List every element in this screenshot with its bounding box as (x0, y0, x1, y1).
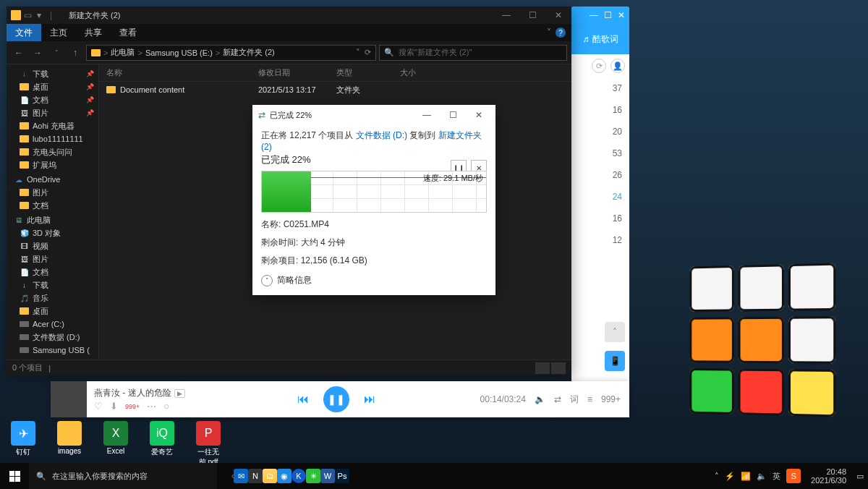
taskbar-app[interactable]: W (320, 463, 335, 489)
tab-share[interactable]: 共享 (76, 24, 111, 41)
help-icon[interactable]: ? (556, 27, 566, 38)
mv-badge[interactable]: ▶ (174, 389, 185, 398)
qat-icon[interactable]: ▾ (37, 10, 47, 20)
more-button[interactable]: ⋯ (147, 401, 156, 412)
navpane-item[interactable]: 🎞视频 (7, 239, 98, 252)
sogou-ime-icon[interactable]: S (786, 469, 801, 483)
taskbar-app[interactable]: ✳ (306, 463, 320, 489)
taskbar-app[interactable]: ◉ (277, 463, 292, 489)
file-row[interactable]: Document content2021/5/13 13:17文件夹 (99, 82, 571, 98)
dialog-minimize-button[interactable]: — (416, 105, 438, 125)
navpane-item[interactable]: Aohi 充电器 (7, 119, 98, 132)
navpane-item[interactable]: 📄文档📌 (7, 93, 98, 106)
download-button[interactable]: ⬇ (110, 401, 118, 412)
col-size[interactable]: 大小 (393, 67, 451, 78)
loop-button[interactable]: ⇄ (554, 394, 561, 404)
taskbar-app[interactable]: ✉ (234, 463, 248, 489)
navpane-item[interactable]: 文件数据 (D:) (7, 331, 98, 344)
navpane-item[interactable]: 🎵音乐 (7, 292, 98, 305)
navpane-item[interactable]: 📄文档 (7, 265, 98, 278)
desktop-icon[interactable]: iQ爱奇艺 (143, 421, 181, 467)
desktop-icon[interactable]: ✈钉钉 (4, 421, 42, 467)
taskbar-app[interactable]: Ps (335, 463, 349, 489)
phone-sync-button[interactable]: 📱 (605, 351, 625, 371)
breadcrumb[interactable]: > 此电脑 > Samsung USB (E:) > 新建文件夹 (2) ˅ ⟳ (86, 45, 376, 61)
navpane-item[interactable]: lubo11111111 (7, 132, 98, 145)
crumb-folder[interactable]: 新建文件夹 (2) (223, 47, 275, 58)
next-button[interactable]: ⏭ (364, 393, 375, 406)
navpane-item[interactable]: ↓下载📌 (7, 67, 98, 80)
refresh-icon[interactable]: ⟳ (592, 59, 606, 73)
volume-button[interactable]: 🔈 (535, 394, 545, 404)
desktop-icon[interactable]: images (51, 421, 88, 467)
notification-button[interactable]: ▭ (856, 472, 864, 481)
qat-icon[interactable]: ▭ (24, 10, 34, 20)
navpane-item[interactable]: 桌面 (7, 305, 98, 318)
prev-button[interactable]: ⏮ (297, 393, 309, 406)
tab-file[interactable]: 文件 (7, 24, 41, 41)
maximize-button[interactable]: ☐ (519, 7, 545, 24)
recent-dropdown[interactable]: ˅ (48, 45, 64, 61)
taskbar-app[interactable]: N (248, 463, 263, 489)
forward-button[interactable]: → (30, 45, 46, 61)
tray-expand-icon[interactable]: ˄ (715, 472, 719, 481)
sound-icon[interactable]: 🔈 (757, 472, 767, 481)
navpane-item[interactable]: 🖼图片 (7, 252, 98, 265)
track-title[interactable]: 燕青汝 - 迷人的危险 (94, 387, 171, 399)
navpane-item[interactable]: 图片 (7, 186, 98, 199)
like-button[interactable]: ♡ (94, 401, 103, 412)
navpane-item[interactable]: 充电头问问 (7, 145, 98, 158)
navpane-item[interactable]: 扩展坞 (7, 158, 98, 171)
lyrics-tab[interactable]: 酷歌词 (592, 33, 618, 46)
dialog-close-button[interactable]: ✕ (468, 105, 490, 125)
battery-icon[interactable]: ⚡ (725, 472, 735, 481)
col-type[interactable]: 类型 (329, 67, 393, 78)
back-button[interactable]: ← (11, 45, 27, 61)
wifi-icon[interactable]: 📶 (741, 472, 751, 481)
navpane-item[interactable]: ↓下载 (7, 278, 98, 292)
fewer-details-toggle[interactable]: ˄ 简略信息 (261, 274, 487, 286)
playlist-button[interactable]: ≡ (587, 394, 592, 404)
navigation-pane[interactable]: ↓下载📌桌面📌📄文档📌🖼图片📌Aohi 充电器lubo11111111充电头问问… (7, 64, 99, 360)
play-pause-button[interactable]: ❚❚ (323, 386, 349, 412)
navpane-item[interactable]: 桌面📌 (7, 80, 98, 93)
minimize-button[interactable]: — (493, 7, 519, 24)
onedrive-header[interactable]: ☁OneDrive (7, 173, 98, 186)
taskbar-search[interactable]: 🔍 在这里输入你要搜索的内容 (29, 463, 217, 489)
refresh-button[interactable]: ⟳ (365, 48, 371, 57)
sideapp-maximize-button[interactable]: ☐ (604, 10, 612, 20)
taskbar-app[interactable]: 🗂 (263, 463, 277, 489)
navpane-item[interactable]: Samsung USB ( (7, 344, 98, 357)
titlebar[interactable]: ▭ ▾ | 新建文件夹 (2) — ☐ ✕ (7, 7, 571, 24)
taskbar-app[interactable]: K (292, 463, 306, 489)
column-headers[interactable]: 名称 修改日期 类型 大小 (99, 64, 571, 82)
thispc-header[interactable]: 🖥此电脑 (7, 213, 98, 226)
view-details-button[interactable] (535, 362, 550, 374)
navpane-item[interactable]: 🧊3D 对象 (7, 226, 98, 239)
sideapp-minimize-button[interactable]: — (590, 10, 598, 20)
ring-button[interactable]: ○ (163, 401, 169, 412)
col-name[interactable]: 名称 (99, 67, 251, 78)
navpane-item[interactable]: 文档 (7, 199, 98, 212)
close-button[interactable]: ✕ (545, 7, 571, 24)
navpane-item[interactable]: Acer (C:) (7, 318, 98, 331)
album-art[interactable] (51, 381, 87, 417)
source-link[interactable]: 文件数据 (D:) (356, 130, 407, 140)
view-icons-button[interactable] (551, 362, 566, 374)
scroll-top-button[interactable]: ˄ (605, 322, 625, 342)
user-icon[interactable]: 👤 (610, 59, 625, 73)
dialog-maximize-button[interactable]: ☐ (442, 105, 464, 125)
crumb-drive[interactable]: Samsung USB (E:) (145, 48, 213, 57)
navpane-item[interactable]: 🖼图片📌 (7, 106, 98, 119)
desktop-icon[interactable]: P一往无前.pdf (190, 421, 227, 467)
sideapp-close-button[interactable]: ✕ (618, 10, 625, 20)
col-date[interactable]: 修改日期 (251, 67, 329, 78)
tab-home[interactable]: 主页 (41, 24, 76, 41)
clock[interactable]: 20:48 2021/6/30 (807, 467, 851, 485)
desktop-icon[interactable]: XExcel (97, 421, 135, 467)
crumb-thispc[interactable]: 此电脑 (111, 47, 135, 58)
start-button[interactable] (0, 463, 29, 489)
tab-view[interactable]: 查看 (111, 24, 145, 41)
search-input[interactable]: 🔍 搜索"新建文件夹 (2)" (379, 45, 567, 61)
ime-indicator[interactable]: 英 (773, 471, 780, 482)
